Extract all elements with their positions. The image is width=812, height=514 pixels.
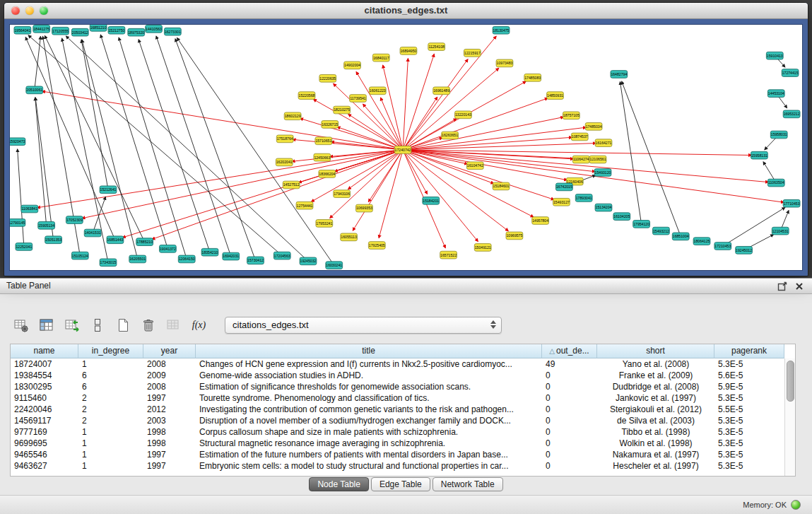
network-node[interactable]: 12215917 bbox=[464, 49, 481, 57]
network-node[interactable]: 15920473 bbox=[10, 138, 25, 146]
table-row[interactable]: 1830029562008Estimation of significance … bbox=[11, 381, 784, 392]
table-row[interactable]: 911546021997Tourette syndrome. Phenomeno… bbox=[11, 392, 784, 404]
network-node[interactable]: 15212750 bbox=[108, 26, 125, 34]
network-node[interactable]: 15958031 bbox=[770, 131, 787, 139]
network-node[interactable]: 18975320 bbox=[128, 28, 145, 36]
network-node[interactable]: 17710453 bbox=[783, 199, 800, 207]
network-node[interactable]: 19245012 bbox=[736, 246, 753, 254]
network-node[interactable]: 17240742 bbox=[394, 146, 411, 154]
network-node[interactable]: 18210275 bbox=[334, 106, 351, 114]
network-edge[interactable] bbox=[122, 150, 403, 238]
table-row[interactable]: 969969511998Structural magnetic resonanc… bbox=[11, 438, 784, 449]
network-edge[interactable] bbox=[93, 197, 105, 233]
function-builder-icon[interactable]: f(x) bbox=[189, 316, 208, 335]
network-node[interactable]: 14527512 bbox=[283, 181, 300, 189]
network-canvas[interactable]: 1724074211254108122159171097348317485083… bbox=[9, 24, 803, 271]
network-node[interactable]: 14410563 bbox=[146, 25, 163, 33]
network-table-select[interactable]: citations_edges.txt bbox=[225, 317, 502, 334]
network-node[interactable]: 15493127 bbox=[553, 198, 570, 206]
network-edge[interactable] bbox=[379, 150, 403, 238]
network-node[interactable]: 16953212 bbox=[783, 110, 800, 118]
network-edge[interactable] bbox=[139, 40, 210, 252]
network-node[interactable]: 17943106 bbox=[334, 190, 351, 198]
table-row[interactable]: 946554611997Estimation of the future num… bbox=[11, 449, 784, 460]
network-node[interactable]: 16942031 bbox=[223, 252, 240, 260]
network-node[interactable]: 12064150 bbox=[178, 255, 195, 263]
network-node[interactable]: 15134204 bbox=[595, 204, 612, 211]
network-node[interactable]: 11254108 bbox=[428, 43, 445, 51]
network-node[interactable]: 15212641 bbox=[100, 186, 117, 194]
network-node[interactable]: 17274415 bbox=[782, 69, 799, 77]
network-node[interactable]: 14902004 bbox=[344, 62, 361, 69]
network-node[interactable]: 16851443 bbox=[107, 236, 124, 244]
network-node[interactable]: 10973483 bbox=[496, 59, 513, 67]
network-node[interactable]: 16104742 bbox=[466, 162, 483, 170]
network-node[interactable]: 16055113 bbox=[341, 233, 358, 241]
network-node[interactable]: 15493120 bbox=[594, 169, 611, 177]
network-node[interactable]: 18602129 bbox=[284, 112, 301, 120]
network-edge[interactable] bbox=[177, 38, 334, 266]
float-panel-icon[interactable] bbox=[777, 281, 788, 292]
table-row[interactable]: 946362711997Embryonic stem cells: a mode… bbox=[11, 460, 784, 472]
network-node[interactable]: 17210453 bbox=[714, 243, 731, 250]
network-node[interactable]: 16840117 bbox=[372, 54, 389, 62]
network-node[interactable]: 17953241 bbox=[316, 220, 333, 228]
minimize-window-button[interactable] bbox=[25, 6, 34, 15]
network-node[interactable]: 17485034 bbox=[585, 123, 602, 131]
network-node[interactable]: 11063841 bbox=[21, 205, 38, 213]
network-node[interactable]: 18354210 bbox=[201, 248, 218, 256]
window-titlebar[interactable]: citations_edges.txt bbox=[4, 3, 808, 19]
network-edge[interactable] bbox=[45, 35, 144, 242]
network-node[interactable]: 15493212 bbox=[653, 227, 670, 235]
network-node[interactable]: 13220143 bbox=[455, 111, 472, 119]
network-node[interactable]: 15905134 bbox=[38, 221, 55, 229]
network-node[interactable]: 15184201 bbox=[423, 197, 440, 204]
network-graph[interactable]: 1724074211254108122159171097348317485083… bbox=[10, 25, 802, 270]
network-node[interactable]: 11064274 bbox=[572, 156, 589, 163]
network-node[interactable]: 16164271 bbox=[595, 139, 612, 147]
network-edge[interactable] bbox=[37, 150, 403, 208]
row-selection-icon[interactable] bbox=[88, 316, 107, 335]
network-edge[interactable] bbox=[403, 98, 548, 150]
network-node[interactable]: 15730412 bbox=[247, 257, 264, 264]
network-edge[interactable] bbox=[353, 150, 403, 230]
network-node[interactable]: 16202041 bbox=[276, 158, 293, 166]
network-node[interactable]: 15184601 bbox=[493, 182, 510, 190]
network-edge[interactable] bbox=[35, 98, 53, 240]
network-node[interactable]: 16571522 bbox=[440, 251, 457, 259]
network-node[interactable]: 16104205 bbox=[613, 213, 630, 221]
network-node[interactable]: 17954120 bbox=[633, 221, 650, 228]
show-columns-icon[interactable] bbox=[37, 316, 56, 335]
network-node[interactable]: 17925405 bbox=[368, 242, 385, 250]
network-node[interactable]: 18064125 bbox=[693, 238, 710, 245]
network-edge[interactable] bbox=[81, 40, 108, 189]
network-node[interactable]: 17485083 bbox=[524, 74, 541, 81]
network-edge[interactable] bbox=[100, 35, 167, 249]
column-header-out-de-[interactable]: △out_de... bbox=[542, 344, 597, 358]
network-node[interactable]: 19041372 bbox=[159, 245, 176, 253]
network-node[interactable]: 16961489 bbox=[433, 87, 450, 95]
network-node[interactable]: 12220635 bbox=[319, 74, 336, 82]
close-window-button[interactable] bbox=[11, 6, 20, 15]
network-node[interactable]: 16851004 bbox=[672, 233, 689, 240]
network-edge[interactable] bbox=[35, 36, 41, 90]
network-edge[interactable] bbox=[620, 82, 641, 224]
network-edge[interactable] bbox=[66, 36, 308, 261]
network-node[interactable]: 16263651 bbox=[442, 132, 459, 139]
network-node[interactable]: 10969575 bbox=[506, 232, 523, 240]
column-header-pagerank[interactable]: pagerank bbox=[714, 344, 784, 358]
network-node[interactable]: 12450663 bbox=[314, 153, 331, 161]
network-node[interactable]: 17204563 bbox=[273, 252, 290, 259]
network-node[interactable]: 16205501 bbox=[129, 255, 146, 263]
network-node[interactable]: 12106561 bbox=[589, 156, 606, 163]
network-node[interactable]: 18130475 bbox=[493, 26, 510, 34]
network-node[interactable]: 18366204 bbox=[319, 170, 336, 178]
network-edge[interactable] bbox=[403, 150, 554, 199]
network-node[interactable]: 20503412 bbox=[71, 28, 88, 36]
close-panel-icon[interactable] bbox=[794, 281, 805, 292]
network-node[interactable]: 17893041 bbox=[575, 194, 592, 202]
network-node[interactable]: 14041531 bbox=[84, 229, 101, 237]
network-node[interactable]: 10699353 bbox=[356, 204, 373, 212]
network-node[interactable]: 15958131 bbox=[751, 151, 768, 159]
network-node[interactable]: 14957804 bbox=[532, 217, 549, 225]
